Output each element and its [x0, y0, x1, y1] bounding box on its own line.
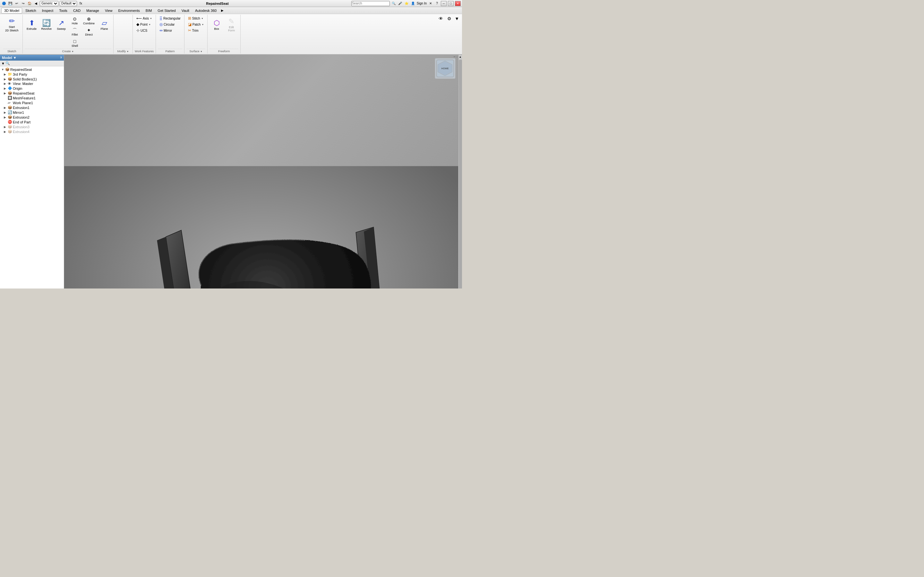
- revolve-button[interactable]: 🔄 Revolve: [39, 15, 54, 35]
- box-label: Box: [214, 27, 220, 31]
- undo-icon[interactable]: ↩: [14, 1, 19, 6]
- menu-bim[interactable]: BIM: [143, 8, 155, 13]
- scroll-thumb[interactable]: [459, 60, 462, 288]
- model-panel-help[interactable]: ?: [60, 56, 62, 59]
- nav-cube-svg: HOME: [435, 58, 455, 79]
- menu-get-started[interactable]: Get Started: [155, 8, 178, 13]
- create-col: ⊙ Hole ⌒ Fillet □ Shell: [69, 15, 81, 49]
- circular-button[interactable]: ◎ Circular: [158, 21, 182, 27]
- settings-button[interactable]: ⚙: [445, 15, 453, 22]
- minimize-view-btn[interactable]: ━: [454, 55, 455, 58]
- save-icon[interactable]: 💾: [8, 1, 13, 6]
- formula-icon[interactable]: fx: [78, 1, 83, 6]
- tree-item-extrusion2[interactable]: ▶ 📦 Extrusion2: [0, 115, 64, 119]
- restore-view-btn[interactable]: □: [456, 55, 457, 58]
- combine-button[interactable]: ⊕ Combine: [81, 15, 97, 26]
- create-dropdown-arrow[interactable]: ▼: [71, 50, 74, 53]
- point-label: Point: [140, 23, 148, 26]
- menu-more[interactable]: ▶: [221, 9, 224, 12]
- axis-dropdown[interactable]: ▼: [150, 17, 152, 19]
- plane-button[interactable]: ▱ Plane: [97, 15, 111, 35]
- patch-dropdown[interactable]: ▼: [202, 23, 204, 26]
- modify-dropdown-arrow[interactable]: ▼: [127, 50, 129, 53]
- 3d-viewport[interactable]: HOME X Y Z ▲ ▼ ━ □: [64, 55, 462, 288]
- mirror-button[interactable]: ⇔ Mirror: [158, 27, 182, 33]
- point-dropdown[interactable]: ▼: [149, 23, 151, 26]
- direct-button[interactable]: ✦ Direct: [81, 27, 97, 37]
- minimize-button[interactable]: ─: [441, 1, 447, 6]
- ucs-button[interactable]: ⊹ UCS: [135, 27, 153, 33]
- tree-item-origin[interactable]: ▶ 🔷 Origin: [0, 86, 64, 91]
- help-icon[interactable]: ?: [435, 1, 439, 6]
- maximize-button[interactable]: □: [448, 1, 454, 6]
- sweep-button[interactable]: ↗ Sweep: [54, 15, 68, 35]
- point-button[interactable]: ◆ Point ▼: [135, 21, 153, 27]
- menu-sketch[interactable]: Sketch: [23, 8, 39, 13]
- menu-environments[interactable]: Environments: [116, 8, 142, 13]
- scroll-up[interactable]: ▲: [459, 55, 462, 59]
- tree-item-view-master[interactable]: ▶ 👁 View: Master: [0, 81, 64, 86]
- search-box[interactable]: [351, 1, 390, 6]
- tree-item-end-of-part[interactable]: ⛔ End of Part: [0, 119, 64, 124]
- tree-item-3rdparty[interactable]: ▶ 📁 3rd Party: [0, 72, 64, 77]
- redo-icon[interactable]: ↪: [21, 1, 26, 6]
- search-icon[interactable]: 🔍: [391, 1, 396, 6]
- window-title: RepairedSeat: [83, 2, 351, 5]
- search-tree-icon[interactable]: 🔍: [5, 61, 10, 65]
- fillet-button[interactable]: ⌒ Fillet: [69, 27, 81, 37]
- sketch-label: Start2D Sketch: [5, 25, 19, 32]
- menu-autodesk360[interactable]: Autodesk 360: [192, 8, 219, 13]
- menu-tools[interactable]: Tools: [57, 8, 70, 13]
- home-icon[interactable]: 🏠: [27, 1, 32, 6]
- tree-item-workplane1[interactable]: ▱ Work Plane1: [0, 100, 64, 105]
- model-panel-toolbar: ▼ 🔍: [0, 61, 64, 66]
- filter-icon[interactable]: ▼: [1, 61, 5, 65]
- microphone-icon[interactable]: 🎤: [397, 1, 403, 6]
- hole-button[interactable]: ⊙ Hole: [69, 15, 81, 26]
- axis-button[interactable]: ⟵ Axis ▼: [135, 15, 153, 21]
- stitch-button[interactable]: ⊞ Stitch ▼: [186, 15, 206, 21]
- viewport-scrollbar[interactable]: ▲ ▼: [458, 55, 462, 288]
- sketch-group-label: Sketch: [3, 49, 21, 53]
- style-dropdown[interactable]: Generic: [40, 1, 58, 6]
- resize-controls: ━ □: [454, 55, 457, 58]
- ribbon-group-modify: Modify ▼: [113, 15, 133, 53]
- tree-item-extrusion4[interactable]: ▶ 📦 Extrusion4: [0, 129, 64, 134]
- tree-item-solid-bodies[interactable]: ▶ 📦 Solid Bodies(1): [0, 77, 64, 81]
- sweep-icon: ↗: [58, 19, 64, 27]
- menu-cad[interactable]: CAD: [71, 8, 83, 13]
- tree-item-meshfeature1[interactable]: 🔲 MeshFeature1: [0, 95, 64, 100]
- tree-item-extrusion1[interactable]: ▶ 📦 Extrusion1: [0, 105, 64, 110]
- tree-item-repairedseat-root[interactable]: ▼ 📦 RepairedSeat: [0, 67, 64, 72]
- star-icon[interactable]: ⭐: [404, 1, 409, 6]
- tree-item-mirror1[interactable]: ▶ 🔄 Mirror1: [0, 110, 64, 115]
- tree-icon-origin: 🔷: [8, 86, 13, 90]
- close-ribbon-icon[interactable]: ✕: [428, 1, 433, 6]
- start-2d-sketch-button[interactable]: ✏ Start2D Sketch: [3, 15, 21, 35]
- box-button[interactable]: ⬡ Box: [210, 15, 224, 35]
- patch-button[interactable]: ◪ Patch ▼: [186, 21, 206, 27]
- stitch-dropdown[interactable]: ▼: [201, 17, 204, 19]
- tree-item-extrusion3[interactable]: ▶ 📦 Extrusion3: [0, 124, 64, 129]
- tree-item-repairedseat[interactable]: ▶ 📦 RepairedSeat: [0, 91, 64, 95]
- shell-button[interactable]: □ Shell: [69, 38, 81, 49]
- menu-3d-model[interactable]: 3D Model: [1, 8, 22, 13]
- surface-dropdown-arrow[interactable]: ▼: [200, 50, 202, 53]
- profile-icon[interactable]: 👤: [410, 1, 415, 6]
- menu-view[interactable]: View: [102, 8, 115, 13]
- tree-label-workplane1: Work Plane1: [13, 101, 33, 105]
- trim-button[interactable]: ✂ Trim: [186, 27, 206, 33]
- default-dropdown[interactable]: Default: [60, 1, 77, 6]
- back-icon[interactable]: ◀: [33, 1, 39, 6]
- menu-vault[interactable]: Vault: [179, 8, 192, 13]
- appearance-button[interactable]: 👁: [437, 15, 445, 22]
- rectangular-button[interactable]: ⣿ Rectangular: [158, 15, 182, 21]
- nav-cube[interactable]: HOME: [435, 58, 456, 79]
- extrude-button[interactable]: ⬆ Extrude: [25, 15, 39, 35]
- menu-manage[interactable]: Manage: [84, 8, 102, 13]
- menu-inspect[interactable]: Inspect: [39, 8, 56, 13]
- dropdown-btn[interactable]: ▼: [454, 15, 460, 22]
- close-button[interactable]: ✕: [455, 1, 461, 6]
- edit-form-button[interactable]: ✎ EditForm: [224, 15, 238, 35]
- sign-in[interactable]: Sign In: [417, 2, 427, 5]
